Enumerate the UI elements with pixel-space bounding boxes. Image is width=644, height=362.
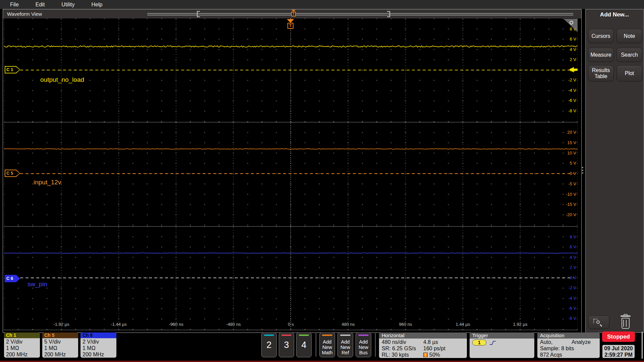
add-new-ref-button[interactable]: Add New Ref: [337, 333, 353, 357]
waveform-traces: [4, 18, 578, 330]
ch3-color-bar: [281, 335, 291, 336]
menu-edit[interactable]: Edit: [36, 2, 45, 8]
run-state-badge[interactable]: Stopped: [602, 331, 635, 342]
datetime-display: 09 Jul 2020 2:59:27 PM: [602, 345, 635, 358]
overview-trigger-marker[interactable]: T: [289, 10, 298, 18]
trace-input_12v: [4, 149, 578, 149]
trigger-t-icon: T: [287, 23, 293, 29]
trigger-level-arrow[interactable]: [569, 67, 578, 73]
date: 09 Jul 2020: [602, 345, 635, 352]
results-table-button[interactable]: Results Table: [588, 65, 614, 81]
bus-color-bar: [358, 335, 369, 336]
ch4-color-bar: [299, 335, 309, 336]
trigger-t-icon: T: [291, 12, 296, 16]
record-length: RL: 30 kpts: [382, 352, 409, 358]
menu-help[interactable]: Help: [91, 2, 102, 8]
waveform-view-header: Waveform View T: [3, 9, 581, 18]
magnifier-icon: [570, 21, 573, 24]
acquisition-count: 872 Acqs: [540, 352, 562, 358]
trigger-arrow-icon: [287, 19, 294, 23]
trigger-source-badge: 1: [472, 340, 486, 346]
bottom-edge-strip: [0, 361, 644, 362]
trigger-position: 50%: [429, 352, 440, 358]
menu-file[interactable]: File: [10, 2, 19, 8]
ch1-reference-handle[interactable]: C 1: [5, 66, 20, 73]
ch5-reference-handle[interactable]: C 5: [5, 170, 20, 177]
magnifier-icon: [596, 320, 600, 324]
ch6-scale: 2 V/div: [83, 339, 114, 345]
ch5-bandwidth: 200 MHz: [44, 351, 76, 358]
ch6-badge[interactable]: Ch 6 2 V/div 1 MΩ 200 MHz: [80, 333, 116, 358]
trigger-panel[interactable]: Trigger 1: [470, 333, 534, 358]
acquisition-panel[interactable]: Acquisition Auto, Analyze Sample: 8 bits…: [537, 333, 600, 358]
ch6-waveform-label: sw_pin: [28, 281, 47, 288]
ch1-waveform-label: output_no_load: [40, 76, 84, 83]
rising-edge-icon: [489, 340, 496, 346]
trigger-level-arrow-icon: [569, 67, 574, 72]
acquisition-mode: Auto,: [540, 339, 552, 345]
ch1-impedance: 1 MΩ: [6, 345, 38, 351]
ch3-display-button[interactable]: 3: [279, 333, 294, 357]
panel-divider-grip[interactable]: [582, 167, 583, 176]
resolution: 160 ps/pt: [423, 346, 445, 352]
time: 2:59:27 PM: [602, 352, 635, 358]
ch5-scale: 5 V/div: [44, 339, 76, 345]
search-button[interactable]: Search: [616, 48, 642, 62]
sample-rate: SR: 6.25 GS/s: [382, 346, 416, 352]
ch5-impedance: 1 MΩ: [44, 345, 76, 351]
waveform-view-title: Waveform View: [7, 11, 42, 17]
ch1-bandwidth: 200 MHz: [6, 351, 38, 358]
divider: [375, 333, 376, 357]
record-overview-bar[interactable]: [147, 13, 573, 15]
ch1-badge[interactable]: Ch 1 2 V/div 1 MΩ 200 MHz: [4, 333, 40, 358]
ch5-waveform-label: input_12v: [34, 179, 61, 186]
horizontal-title: Horizontal: [379, 333, 467, 339]
oscilloscope-screen: File Edit Utility Help Waveform View T C…: [0, 0, 644, 362]
acquisition-sample: Sample: 8 bits: [540, 346, 574, 352]
panel-edge: [642, 332, 643, 359]
math-color-bar: [322, 335, 332, 336]
trash-icon[interactable]: [620, 314, 632, 330]
trigger-flag-icon: T: [423, 353, 428, 357]
zoom-tool-button[interactable]: [588, 316, 609, 329]
plot-button[interactable]: Plot: [616, 65, 642, 81]
ch5-badge[interactable]: Ch 5 5 V/div 1 MΩ 200 MHz: [42, 333, 78, 358]
add-new-title: Add New...: [586, 11, 643, 18]
ch1-scale: 2 V/div: [6, 339, 38, 345]
ch4-display-button[interactable]: 4: [296, 333, 312, 357]
ch2-display-button[interactable]: 2: [261, 333, 277, 357]
trigger-position-marker[interactable]: T: [286, 19, 296, 30]
graticule[interactable]: C 1 C 5 C 6 output_no_load input_12v sw_…: [4, 18, 578, 330]
divider: [316, 333, 316, 357]
add-new-math-button[interactable]: Add New Math: [319, 333, 335, 357]
menu-utility[interactable]: Utility: [61, 2, 74, 8]
trace-sw_pin: [4, 253, 578, 253]
ref-color-bar: [340, 335, 351, 336]
note-button[interactable]: Note: [616, 29, 642, 43]
trace-output_no_load: [4, 46, 578, 47]
overview-window-right-bracket[interactable]: [387, 11, 390, 17]
horizontal-panel[interactable]: Horizontal 480 ns/div 4.8 µs SR: 6.25 GS…: [379, 333, 467, 358]
acquisition-analyze: Analyze: [572, 339, 591, 345]
measure-button[interactable]: Measure: [588, 48, 614, 62]
menu-bar: File Edit Utility Help: [0, 0, 644, 9]
acquisition-title: Acquisition: [537, 333, 600, 339]
add-new-bus-button[interactable]: Add New Bus: [356, 333, 371, 357]
ch6-reference-handle[interactable]: C 6: [5, 275, 20, 282]
ch2-color-bar: [264, 335, 274, 336]
trigger-title: Trigger: [470, 333, 534, 339]
cursors-button[interactable]: Cursors: [588, 29, 614, 43]
horizontal-scale: 480 ns/div: [382, 339, 406, 345]
horizontal-window: 4.8 µs: [423, 339, 438, 345]
ch6-impedance: 1 MΩ: [83, 345, 114, 351]
ch6-bandwidth: 200 MHz: [83, 351, 114, 358]
overview-window-left-bracket[interactable]: [197, 11, 200, 17]
